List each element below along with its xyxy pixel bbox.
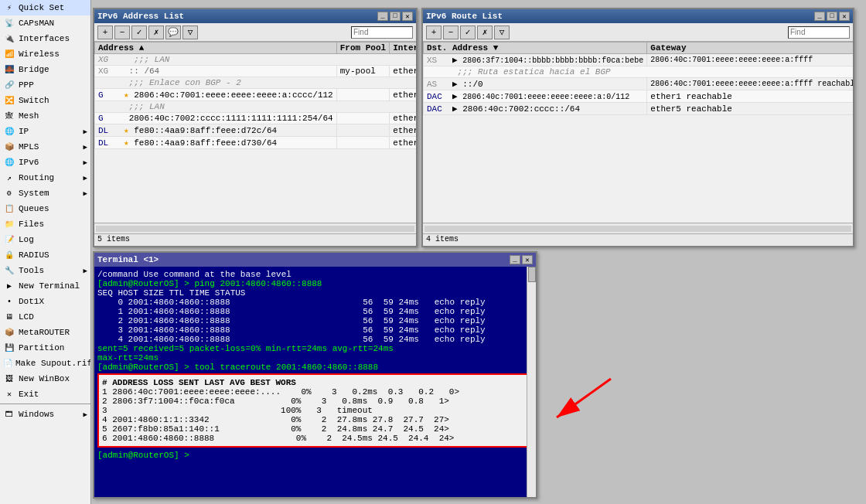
sidebar-item-ipv6[interactable]: 🌐 IPv6 ▶ xyxy=(0,155,90,170)
routing-icon: ↗ xyxy=(3,172,15,184)
cell-interface: ether5 xyxy=(390,66,416,77)
sidebar-item-interfaces[interactable]: 🔌 Interfaces xyxy=(0,31,90,46)
sidebar-item-lcd[interactable]: 🖥 LCD xyxy=(0,309,90,325)
col-from-pool[interactable]: From Pool xyxy=(336,43,389,54)
table-row[interactable]: XG ;;; LAN xyxy=(95,54,417,66)
star-icon: ★ xyxy=(124,126,129,135)
sidebar-item-tools[interactable]: 🔧 Tools ▶ xyxy=(0,263,90,278)
sidebar-item-system[interactable]: ⚙ System ▶ xyxy=(0,186,90,201)
sidebar-item-ip[interactable]: 🌐 IP ▶ xyxy=(0,124,90,139)
comment-button[interactable]: 💬 xyxy=(165,26,181,39)
sidebar-item-label: New WinBox xyxy=(19,374,70,383)
mpls-icon: 📦 xyxy=(3,141,15,153)
ping-row-3: 3 2001:4860:4860::8888 56 59 24ms echo r… xyxy=(97,325,533,335)
queues-icon: 📋 xyxy=(3,203,15,215)
disable-button[interactable]: ✗ xyxy=(477,26,493,39)
minimize-button[interactable]: _ xyxy=(510,255,520,264)
col-dst-address[interactable]: Dst. Address ▼ xyxy=(424,43,647,54)
disable-button[interactable]: ✗ xyxy=(148,26,164,39)
sidebar-item-label: Wireless xyxy=(19,49,60,59)
enable-button[interactable]: ✓ xyxy=(131,26,147,39)
h-scrollbar[interactable] xyxy=(94,223,416,233)
table-row[interactable]: DL ★ fe80::4aa9:8aff:feee:d72c/64 ether1 xyxy=(95,124,417,137)
table-row[interactable]: ;;; Enlace con BGP - 2 xyxy=(95,77,417,89)
sidebar-item-radius[interactable]: 🔒 RADIUS xyxy=(0,247,90,263)
enable-button[interactable]: ✓ xyxy=(460,26,476,39)
prompt-2[interactable]: [admin@RouterOS] > xyxy=(97,451,533,460)
table-row[interactable]: DAC ▶ 2806:40c:7002:cccc::/64 ether5 rea… xyxy=(424,103,854,115)
sidebar-item-wireless[interactable]: 📶 Wireless xyxy=(0,46,90,62)
cell-interface: ether1 xyxy=(390,89,416,101)
close-button[interactable]: ✕ xyxy=(839,12,850,21)
sidebar-item-files[interactable]: 📁 Files xyxy=(0,216,90,232)
maximize-button[interactable]: □ xyxy=(827,12,837,21)
find-input[interactable] xyxy=(788,26,850,39)
table-row[interactable]: ;;; LAN xyxy=(95,101,417,113)
sidebar-item-label: Mesh xyxy=(19,111,39,121)
h-scrollbar[interactable] xyxy=(423,223,853,233)
lcd-icon: 🖥 xyxy=(3,311,15,323)
window-controls: _ □ ✕ xyxy=(814,12,850,21)
scrollbar-thumb[interactable] xyxy=(528,267,536,282)
col-interface[interactable]: Inter▼ xyxy=(390,43,416,54)
sidebar-item-mpls[interactable]: 📦 MPLS ▶ xyxy=(0,139,90,155)
flag: DL xyxy=(98,138,108,148)
sidebar-item-routing[interactable]: ↗ Routing ▶ xyxy=(0,170,90,186)
sidebar-item-quickset[interactable]: ⚡ Quick Set xyxy=(0,0,90,15)
close-button[interactable]: ✕ xyxy=(402,12,413,21)
table-row[interactable]: G 2806:40c:7002:cccc:1111:1111:1111:254/… xyxy=(95,113,417,124)
sidebar-item-ppp[interactable]: 🔗 PPP xyxy=(0,77,90,93)
sidebar-item-label: Make Supout.rif xyxy=(15,359,91,368)
sidebar-item-log[interactable]: 📝 Log xyxy=(0,232,90,247)
table-row[interactable]: XG :: /64 my-pool ether5 xyxy=(95,66,417,77)
minimize-button[interactable]: _ xyxy=(377,12,388,21)
table-row[interactable]: DAC ▶ 2806:40c:7001:eeee:eeee:eeee:a:0/1… xyxy=(424,90,854,103)
sidebar-item-new-winbox[interactable]: 🖼 New WinBox xyxy=(0,371,90,387)
ipv6-route-status: 4 items xyxy=(423,233,853,246)
cell-address: DL ★ fe80::4aa9:8aff:feee:d72c/64 xyxy=(95,124,337,137)
sidebar-item-windows[interactable]: 🗔 Windows ▶ xyxy=(0,407,90,422)
table-row[interactable]: G ★ 2806:40c:7001:eeee:eeee:eeee:a:cccc/… xyxy=(95,89,417,101)
star-icon: ★ xyxy=(124,90,129,100)
remove-button[interactable]: − xyxy=(114,26,130,39)
filter-button[interactable]: ▽ xyxy=(182,26,198,39)
find-input[interactable] xyxy=(351,26,413,39)
dot1x-icon: • xyxy=(3,295,15,308)
add-button[interactable]: + xyxy=(97,26,113,39)
sidebar-item-dot1x[interactable]: • Dot1X xyxy=(0,294,90,309)
sidebar-item-queues[interactable]: 📋 Queues xyxy=(0,201,90,216)
maximize-button[interactable]: □ xyxy=(390,12,401,21)
minimize-button[interactable]: _ xyxy=(814,12,825,21)
table-row[interactable]: XS ▶ 2806:3f7:1004::bbbb:bbbb:bbbb:f0ca:… xyxy=(424,54,854,66)
sidebar-item-switch[interactable]: 🔀 Switch xyxy=(0,93,90,108)
sidebar-item-label: Tools xyxy=(19,266,44,275)
table-row[interactable]: DL ★ fe80::4aa9:8aff:feee:d730/64 ether5 xyxy=(95,137,417,149)
close-button[interactable]: ✕ xyxy=(522,255,533,264)
sidebar-item-metarouter[interactable]: 📦 MetaROUTER xyxy=(0,325,90,340)
table-row[interactable]: AS ▶ ::/0 2806:40c:7001:eeee:eeee:eeee:a… xyxy=(424,78,854,90)
col-address[interactable]: Address ▲ xyxy=(95,43,337,54)
sidebar-item-mesh[interactable]: 🕸 Mesh xyxy=(0,108,90,124)
sidebar-item-exit[interactable]: ✕ Exit xyxy=(0,387,90,402)
add-button[interactable]: + xyxy=(426,26,442,39)
ipv6-route-table-container: Dst. Address ▼ Gateway XS ▶ 2806:3f7:100… xyxy=(423,42,853,223)
cell-gateway: ether1 reachable xyxy=(647,90,853,103)
sidebar-item-bridge[interactable]: 🌉 Bridge xyxy=(0,62,90,77)
switch-icon: 🔀 xyxy=(3,94,15,107)
flag: XS xyxy=(427,56,437,65)
ipv6-route-title: IPv6 Route List xyxy=(426,12,503,21)
col-gateway[interactable]: Gateway xyxy=(647,43,853,54)
cell-address: G ★ 2806:40c:7001:eeee:eeee:eeee:a:cccc/… xyxy=(95,89,337,101)
terminal-body[interactable]: /command Use command at the base level [… xyxy=(94,267,536,497)
remove-button[interactable]: − xyxy=(443,26,459,39)
sidebar-item-partition[interactable]: 💾 Partition xyxy=(0,340,90,356)
table-row[interactable]: ;;; Ruta estatica hacia el BGP xyxy=(424,66,854,78)
sidebar-item-supout[interactable]: 📄 Make Supout.rif xyxy=(0,356,90,371)
v-scrollbar[interactable] xyxy=(527,267,536,497)
sidebar: ⚡ Quick Set 📡 CAPsMAN 🔌 Interfaces 📶 Wir… xyxy=(0,0,91,504)
cell-gateway: 2806:40c:7001:eeee:eeee:eeee:a:ffff xyxy=(647,54,853,66)
sidebar-item-new-terminal[interactable]: ▶ New Terminal xyxy=(0,278,90,294)
filter-button[interactable]: ▽ xyxy=(494,26,510,39)
sidebar-item-capsman[interactable]: 📡 CAPsMAN xyxy=(0,15,90,31)
sidebar-item-label: MetaROUTER xyxy=(19,328,70,337)
